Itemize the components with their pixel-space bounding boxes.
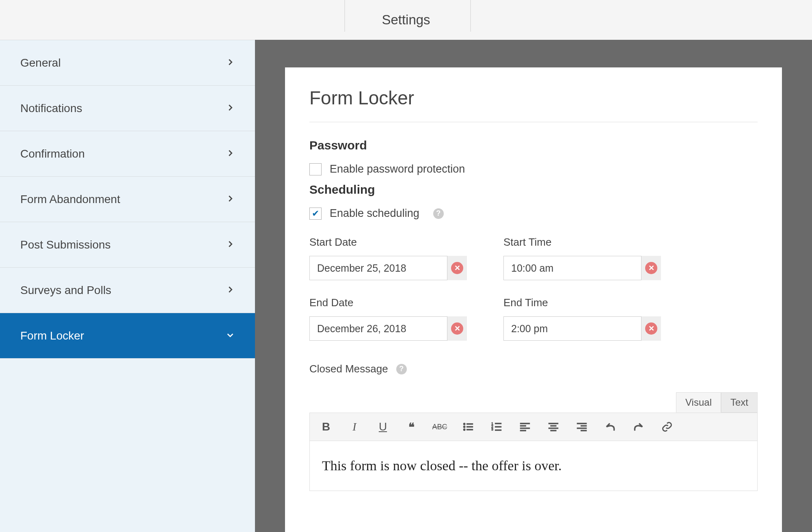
svg-rect-3 [467, 426, 473, 427]
svg-point-0 [463, 423, 465, 425]
sidebar-item-general[interactable]: General [0, 40, 255, 86]
editor-toolbar: B I U ❝ ABC 123 [309, 413, 758, 441]
svg-rect-21 [581, 426, 587, 426]
chevron-right-icon [226, 193, 235, 206]
checkbox-enable-scheduling[interactable]: ✔ [309, 208, 322, 220]
svg-rect-18 [549, 428, 558, 428]
svg-rect-12 [520, 423, 529, 424]
svg-rect-5 [467, 429, 473, 430]
chevron-right-icon [226, 284, 235, 297]
sidebar-item-label: Surveys and Polls [20, 284, 111, 297]
svg-point-4 [463, 429, 465, 431]
section-heading-scheduling: Scheduling [309, 183, 758, 197]
close-icon: ✕ [451, 322, 463, 335]
chevron-right-icon [226, 102, 235, 115]
sidebar-item-label: Notifications [20, 102, 82, 115]
numbered-list-button[interactable]: 123 [486, 417, 507, 436]
sidebar-item-label: Confirmation [20, 147, 85, 160]
redo-button[interactable] [628, 417, 649, 436]
editor-tab-visual[interactable]: Visual [676, 392, 721, 413]
help-icon[interactable]: ? [396, 364, 407, 374]
strikethrough-button[interactable]: ABC [429, 417, 450, 436]
label-closed-message: Closed Message [309, 363, 388, 375]
field-row-start: Start Date ✕ Start Time ✕ [309, 236, 758, 280]
panel-title: Form Locker [309, 87, 758, 122]
label-start-time: Start Time [503, 236, 661, 249]
svg-rect-14 [520, 428, 529, 428]
sidebar-item-post-submissions[interactable]: Post Submissions [0, 222, 255, 268]
sidebar-item-form-locker[interactable]: Form Locker [0, 313, 255, 359]
checkbox-enable-password[interactable] [309, 163, 322, 175]
checkbox-row-password: Enable password protection [309, 163, 758, 175]
topbar-title: Settings [382, 12, 430, 28]
sidebar-item-label: Form Locker [20, 329, 84, 342]
closed-message-row: Closed Message ? [309, 363, 758, 375]
svg-point-2 [463, 426, 465, 428]
chevron-right-icon [226, 147, 235, 160]
sidebar-item-label: Post Submissions [20, 238, 111, 251]
clear-start-time-button[interactable]: ✕ [641, 256, 661, 280]
svg-rect-22 [577, 428, 586, 428]
label-end-date: End Date [309, 296, 467, 309]
svg-rect-1 [467, 424, 473, 424]
editor-tab-text[interactable]: Text [721, 392, 758, 413]
clear-start-date-button[interactable]: ✕ [447, 256, 467, 280]
chevron-right-icon [226, 238, 235, 251]
main: General Notifications Confirmation Form … [0, 40, 812, 532]
link-button[interactable] [657, 417, 678, 436]
align-right-button[interactable] [571, 417, 592, 436]
clear-end-date-button[interactable]: ✕ [447, 316, 467, 341]
field-row-end: End Date ✕ End Time ✕ [309, 296, 758, 341]
svg-rect-20 [577, 423, 586, 424]
checkbox-label: Enable password protection [330, 163, 465, 175]
blockquote-button[interactable]: ❝ [401, 417, 422, 436]
label-end-time: End Time [503, 296, 661, 309]
section-heading-password: Password [309, 138, 758, 152]
divider [344, 0, 345, 32]
sidebar-item-label: General [20, 56, 61, 69]
chevron-down-icon [226, 329, 235, 342]
svg-text:3: 3 [491, 428, 493, 431]
input-end-time[interactable] [503, 316, 641, 341]
svg-rect-16 [549, 423, 558, 424]
input-start-time[interactable] [503, 256, 641, 280]
label-start-date: Start Date [309, 236, 467, 249]
sidebar-item-form-abandonment[interactable]: Form Abandonment [0, 177, 255, 222]
content-area: Form Locker Password Enable password pro… [255, 40, 812, 532]
close-icon: ✕ [645, 262, 657, 274]
close-icon: ✕ [645, 322, 657, 335]
align-left-button[interactable] [514, 417, 536, 436]
undo-button[interactable] [600, 417, 621, 436]
editor: Visual Text B I U ❝ ABC 123 [309, 392, 758, 491]
input-start-date[interactable] [309, 256, 447, 280]
sidebar-item-surveys-and-polls[interactable]: Surveys and Polls [0, 268, 255, 313]
checkbox-row-scheduling: ✔ Enable scheduling ? [309, 207, 758, 220]
help-icon[interactable]: ? [433, 208, 444, 219]
editor-tabs: Visual Text [309, 392, 758, 413]
bold-button[interactable]: B [315, 417, 337, 436]
sidebar: General Notifications Confirmation Form … [0, 40, 255, 532]
sidebar-item-notifications[interactable]: Notifications [0, 86, 255, 131]
svg-rect-17 [551, 426, 556, 426]
bulleted-list-button[interactable] [458, 417, 479, 436]
svg-rect-11 [495, 430, 501, 430]
divider [470, 0, 471, 32]
panel-form-locker: Form Locker Password Enable password pro… [285, 67, 782, 532]
topbar: Settings [0, 0, 812, 40]
svg-rect-7 [495, 423, 501, 424]
sidebar-item-confirmation[interactable]: Confirmation [0, 131, 255, 177]
svg-rect-13 [520, 426, 526, 426]
sidebar-item-label: Form Abandonment [20, 193, 120, 206]
align-center-button[interactable] [543, 417, 564, 436]
input-end-date[interactable] [309, 316, 447, 341]
checkbox-label: Enable scheduling [330, 207, 419, 220]
svg-rect-9 [495, 426, 501, 427]
underline-button[interactable]: U [372, 417, 393, 436]
svg-rect-15 [520, 430, 526, 431]
editor-content[interactable]: This form is now closed -- the offer is … [309, 441, 758, 491]
svg-rect-19 [551, 430, 556, 431]
italic-button[interactable]: I [344, 417, 365, 436]
close-icon: ✕ [451, 262, 463, 274]
clear-end-time-button[interactable]: ✕ [641, 316, 661, 341]
chevron-right-icon [226, 56, 235, 69]
